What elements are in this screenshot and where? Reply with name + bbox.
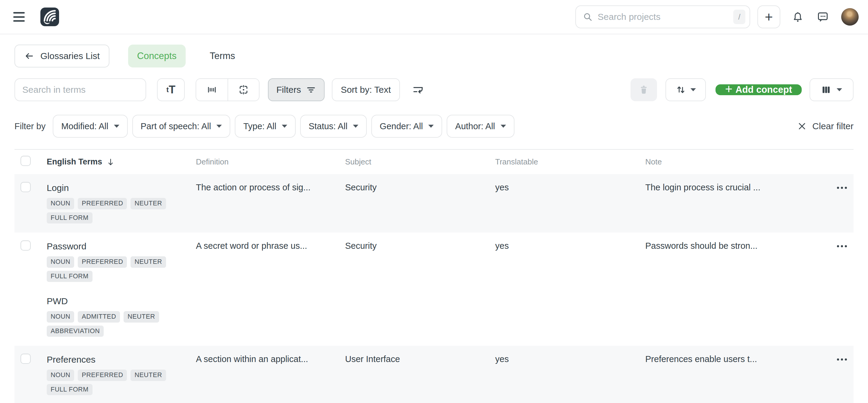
clear-filter-button[interactable]: Clear filter (797, 121, 854, 131)
chevron-down-icon (282, 125, 287, 128)
row-checkbox[interactable] (21, 182, 31, 192)
term-tag: FULL FORM (47, 212, 93, 224)
filter-pill-label: Part of speech: All (141, 122, 211, 131)
filter-by-label: Filter by (14, 122, 45, 131)
match-case-icon: t (166, 86, 169, 94)
term-tag: PREFERRED (78, 256, 127, 268)
column-header-translatable: Translatable (495, 157, 645, 167)
select-all-checkbox[interactable] (21, 156, 31, 166)
note-cell: The login process is crucial ... (645, 182, 814, 193)
filter-pill[interactable]: Author: All (447, 115, 514, 138)
table-row[interactable]: LoginNOUNPREFERREDNEUTERFULL FORMThe act… (14, 174, 854, 233)
tab-concepts[interactable]: Concepts (128, 44, 186, 67)
sort-by-button[interactable]: Sort by: Text (332, 78, 400, 101)
search-shortcut-badge: / (733, 10, 745, 24)
translatable-cell: yes (495, 354, 645, 365)
terms-toolbar: tT Filters (14, 78, 854, 101)
column-header-english-terms[interactable]: English Terms (47, 157, 196, 167)
feedback-chat-icon[interactable] (816, 10, 829, 23)
ellipsis-dot-icon (837, 359, 839, 361)
term-block: PreferencesNOUNPREFERREDNEUTERFULL FORM (47, 354, 187, 395)
filter-pill-label: Status: All (309, 122, 347, 131)
row-menu-button[interactable] (835, 243, 849, 249)
subject-cell: Security (345, 182, 495, 193)
row-checkbox[interactable] (21, 240, 31, 250)
term-block: LoginNOUNPREFERREDNEUTERFULL FORM (47, 182, 187, 224)
wrap-lines-icon (412, 84, 424, 96)
term-tags: NOUNADMITTEDNEUTERABBREVIATION (47, 311, 173, 337)
terms-search-input[interactable] (14, 78, 146, 101)
table-header-row: English Terms Definition Subject Transla… (14, 150, 854, 174)
term-tags: NOUNPREFERREDNEUTERFULL FORM (47, 198, 173, 224)
close-icon (797, 122, 807, 131)
filter-pill[interactable]: Part of speech: All (132, 115, 230, 138)
whole-word-button[interactable] (196, 79, 227, 101)
subject-cell: User Interface (345, 354, 495, 365)
term-tag: NEUTER (130, 198, 166, 209)
chevron-down-icon (501, 125, 506, 128)
selection-frame-icon (238, 84, 249, 95)
ellipsis-dot-icon (845, 245, 847, 247)
note-cell: Passwords should be stron... (645, 240, 814, 252)
notifications-bell-icon[interactable] (792, 11, 804, 23)
column-header-definition: Definition (196, 157, 345, 167)
columns-button[interactable] (809, 78, 854, 101)
filter-lines-icon (306, 85, 316, 95)
term-tag: FULL FORM (47, 384, 93, 396)
concepts-table: English Terms Definition Subject Transla… (14, 149, 854, 403)
match-case-button[interactable]: tT (157, 78, 185, 101)
definition-cell: A section within an applicat... (196, 354, 345, 365)
wrap-lines-button[interactable] (409, 78, 427, 101)
filter-pill-label: Type: All (243, 122, 276, 131)
search-mode-group (195, 78, 259, 101)
filters-button[interactable]: Filters (268, 78, 324, 101)
filter-pill[interactable]: Modified: All (53, 115, 127, 138)
filter-pill[interactable]: Type: All (235, 115, 296, 138)
project-search-input[interactable] (598, 12, 733, 22)
tab-terms[interactable]: Terms (201, 44, 244, 67)
table-body: LoginNOUNPREFERREDNEUTERFULL FORMThe act… (14, 174, 854, 403)
app-logo[interactable] (40, 7, 59, 26)
back-to-glossaries-button[interactable]: Glossaries List (14, 44, 110, 67)
filter-pill[interactable]: Status: All (300, 115, 367, 138)
chevron-down-icon (837, 88, 842, 91)
sort-order-button[interactable] (665, 78, 706, 101)
clear-filter-label: Clear filter (812, 121, 854, 131)
term-name: Password (47, 240, 187, 252)
create-new-button[interactable]: + (757, 5, 780, 28)
glossary-nav: Glossaries List Concepts Terms (14, 44, 854, 67)
table-row[interactable]: PasswordNOUNPREFERREDNEUTERFULL FORMPWDN… (14, 233, 854, 346)
hamburger-menu-icon[interactable] (12, 11, 26, 22)
project-search: / (575, 5, 750, 28)
ellipsis-dot-icon (845, 187, 847, 189)
add-concept-button[interactable]: + Add concept (715, 84, 802, 95)
filters-button-label: Filters (276, 85, 301, 95)
table-row[interactable]: PreferencesNOUNPREFERREDNEUTERFULL FORMA… (14, 346, 854, 403)
filter-pill[interactable]: Gender: All (371, 115, 442, 138)
term-tags: NOUNPREFERREDNEUTERFULL FORM (47, 370, 173, 395)
filter-pill-label: Modified: All (61, 122, 108, 131)
filter-bar: Filter by Modified: AllPart of speech: A… (14, 114, 854, 138)
chevron-down-icon (428, 125, 434, 128)
user-avatar[interactable] (841, 8, 859, 26)
column-header-subject: Subject (345, 157, 495, 167)
row-checkbox[interactable] (21, 354, 31, 364)
row-menu-button[interactable] (835, 185, 849, 191)
delete-selected-button[interactable] (630, 78, 657, 101)
filter-pill-label: Gender: All (380, 122, 423, 131)
row-menu-button[interactable] (835, 357, 849, 362)
ellipsis-dot-icon (837, 245, 839, 247)
term-tag: NEUTER (130, 256, 166, 268)
ellipsis-dot-icon (841, 359, 843, 361)
app-root: / + (0, 0, 868, 403)
term-tag: PREFERRED (78, 198, 127, 209)
column-header-note: Note (645, 157, 814, 167)
ellipsis-dot-icon (841, 245, 843, 247)
term-tag: NOUN (47, 311, 74, 323)
term-tag: FULL FORM (47, 271, 93, 282)
exact-selection-button[interactable] (227, 79, 259, 101)
back-arrow-icon (24, 51, 34, 61)
term-tags: NOUNPREFERREDNEUTERFULL FORM (47, 256, 173, 282)
whole-word-icon (207, 84, 217, 95)
search-icon (583, 12, 593, 22)
